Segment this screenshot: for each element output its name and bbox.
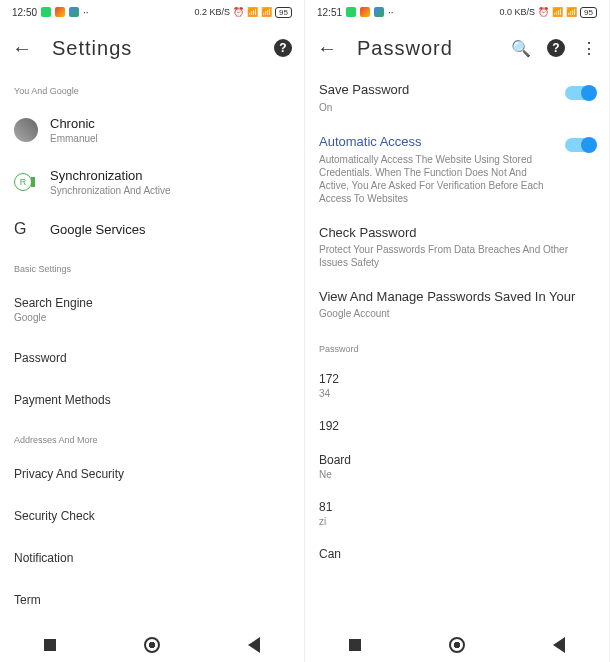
item-title: Payment Methods: [14, 393, 290, 407]
gmail-icon: [360, 7, 370, 17]
more-icon[interactable]: ⋮: [581, 39, 597, 58]
item-title: Security Check: [14, 509, 290, 523]
help-icon[interactable]: ?: [547, 39, 565, 57]
battery-icon: 95: [275, 7, 292, 18]
view-manage-item[interactable]: View And Manage Passwords Saved In Your …: [319, 279, 595, 330]
nav-home-icon[interactable]: [144, 637, 160, 653]
item-title: Password: [14, 351, 290, 365]
google-icon: G: [14, 220, 26, 238]
search-icon[interactable]: 🔍: [511, 39, 531, 58]
item-title: Automatic Access: [319, 134, 555, 149]
section-label: Addresses And More: [14, 435, 290, 445]
password-screen: 12:51 ·· 0.0 KB/S ⏰ 📶 📶 95 ← Password 🔍 …: [305, 0, 610, 662]
google-services-item[interactable]: G Google Services: [14, 208, 290, 250]
notification-item[interactable]: Notification: [14, 537, 290, 579]
privacy-item[interactable]: Privacy And Security: [14, 453, 290, 495]
password-content: Save Password On Automatic Access Automa…: [305, 72, 609, 626]
profile-sub: Emmanuel: [50, 133, 290, 144]
sync-icon: R: [14, 173, 32, 191]
payment-item[interactable]: Payment Methods: [14, 379, 290, 421]
item-title: Search Engine: [14, 296, 290, 310]
item-desc: Protect Your Passwords From Data Breache…: [319, 243, 595, 269]
status-time: 12:51: [317, 7, 342, 18]
page-title: Settings: [52, 37, 132, 60]
nav-back-icon[interactable]: [553, 637, 565, 653]
whatsapp-icon: [346, 7, 356, 17]
entry-sub: 34: [319, 388, 595, 399]
toggle-switch[interactable]: [565, 138, 595, 152]
password-entry[interactable]: Can: [319, 537, 595, 571]
entry-title: Board: [319, 453, 595, 467]
nav-recent-icon[interactable]: [349, 639, 361, 651]
nav-bar: [305, 626, 609, 662]
wifi-icon: 📶: [566, 7, 577, 17]
status-time: 12:50: [12, 7, 37, 18]
whatsapp-icon: [41, 7, 51, 17]
item-title: Save Password: [319, 82, 555, 97]
section-label: You And Google: [14, 86, 290, 96]
section-label: Basic Settings: [14, 264, 290, 274]
nav-bar: [0, 626, 304, 662]
item-title: Notification: [14, 551, 290, 565]
signal-icon: 📶: [247, 7, 258, 17]
back-icon[interactable]: ←: [317, 37, 337, 60]
wifi-icon: 📶: [261, 7, 272, 17]
entry-title: 172: [319, 372, 595, 386]
gmail-icon: [55, 7, 65, 17]
nav-back-icon[interactable]: [248, 637, 260, 653]
avatar: [14, 118, 38, 142]
app-bar: ← Password 🔍 ? ⋮: [305, 24, 609, 72]
item-title: Term: [14, 593, 290, 607]
more-icon: ··: [388, 7, 394, 18]
battery-icon: 95: [580, 7, 597, 18]
settings-screen: 12:50 ·· 0.2 KB/S ⏰ 📶 📶 95 ← Settings ? …: [0, 0, 305, 662]
sync-title: Synchronization: [50, 168, 290, 183]
search-engine-item[interactable]: Search Engine Google: [14, 282, 290, 337]
data-rate: 0.0 KB/S: [500, 7, 536, 17]
sync-sub: Synchronization And Active: [50, 185, 290, 196]
toggle-switch[interactable]: [565, 86, 595, 100]
data-rate: 0.2 KB/S: [195, 7, 231, 17]
item-title: Check Password: [319, 225, 595, 240]
more-icon: ··: [83, 7, 89, 18]
sync-item[interactable]: R Synchronization Synchronization And Ac…: [14, 156, 290, 208]
password-entry[interactable]: 172 34: [319, 362, 595, 409]
section-label: Password: [319, 344, 595, 354]
profile-item[interactable]: Chronic Emmanuel: [14, 104, 290, 156]
app-icon: [374, 7, 384, 17]
status-bar: 12:50 ·· 0.2 KB/S ⏰ 📶 📶 95: [0, 0, 304, 24]
status-bar: 12:51 ·· 0.0 KB/S ⏰ 📶 📶 95: [305, 0, 609, 24]
entry-title: Can: [319, 547, 595, 561]
save-password-item[interactable]: Save Password On: [319, 72, 595, 124]
item-desc: Automatically Access The Website Using S…: [319, 153, 555, 205]
settings-content: You And Google Chronic Emmanuel R Synchr…: [0, 72, 304, 626]
password-item[interactable]: Password: [14, 337, 290, 379]
item-title: View And Manage Passwords Saved In Your: [319, 289, 595, 304]
app-icon: [69, 7, 79, 17]
item-sub: Google: [14, 312, 290, 323]
signal-icon: 📶: [552, 7, 563, 17]
password-entry[interactable]: Board Ne: [319, 443, 595, 490]
password-entry[interactable]: 81 zi: [319, 490, 595, 537]
entry-sub: zi: [319, 516, 595, 527]
alarm-icon: ⏰: [233, 7, 244, 17]
help-icon[interactable]: ?: [274, 39, 292, 57]
entry-title: 81: [319, 500, 595, 514]
item-title: Privacy And Security: [14, 467, 290, 481]
google-services-title: Google Services: [50, 222, 290, 237]
page-title: Password: [357, 37, 453, 60]
item-sub: Google Account: [319, 307, 595, 320]
entry-title: 192: [319, 419, 595, 433]
terms-item[interactable]: Term: [14, 579, 290, 621]
profile-name: Chronic: [50, 116, 290, 131]
entry-sub: Ne: [319, 469, 595, 480]
nav-recent-icon[interactable]: [44, 639, 56, 651]
nav-home-icon[interactable]: [449, 637, 465, 653]
check-password-item[interactable]: Check Password Protect Your Passwords Fr…: [319, 215, 595, 279]
security-check-item[interactable]: Security Check: [14, 495, 290, 537]
back-icon[interactable]: ←: [12, 37, 32, 60]
password-entry[interactable]: 192: [319, 409, 595, 443]
alarm-icon: ⏰: [538, 7, 549, 17]
auto-access-item[interactable]: Automatic Access Automatically Access Th…: [319, 124, 595, 215]
app-bar: ← Settings ?: [0, 24, 304, 72]
